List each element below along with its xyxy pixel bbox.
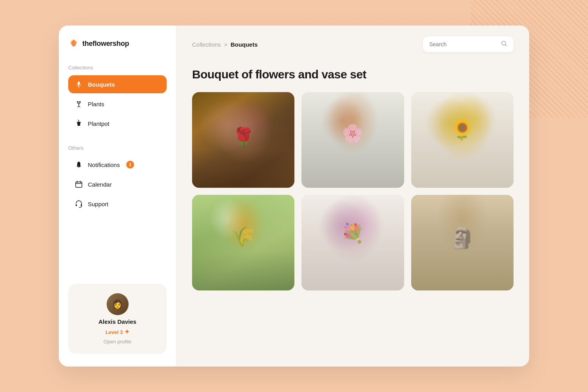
- breadcrumb: Collections > Bouquets: [192, 41, 258, 48]
- breadcrumb-current: Bouquets: [230, 41, 258, 48]
- collections-section-label: Collections: [68, 65, 167, 71]
- header: Collections > Bouquets: [176, 25, 529, 60]
- svg-line-10: [505, 45, 506, 46]
- page-title: Bouquet of flowers and vase set: [192, 68, 514, 81]
- bouquets-icon: [74, 80, 83, 89]
- avatar-placeholder: 👩: [107, 293, 129, 315]
- search-box[interactable]: [423, 36, 514, 52]
- sidebar-item-notifications-label: Notifications: [88, 162, 120, 168]
- others-section-label: Others: [68, 145, 167, 151]
- others-nav-section: Others Notifications 3: [68, 145, 167, 214]
- support-icon: [74, 200, 83, 208]
- logo: theflowershop: [68, 38, 167, 49]
- profile-level: Level 3 ✦: [105, 328, 129, 336]
- svg-rect-7: [76, 204, 77, 206]
- calendar-icon: [74, 180, 83, 189]
- profile-card: 👩 Alexis Davies Level 3 ✦ Open profile: [68, 284, 167, 354]
- sidebar-item-calendar-label: Calendar: [88, 181, 112, 188]
- gallery-item-4[interactable]: [192, 195, 294, 290]
- sidebar-item-notifications[interactable]: Notifications 3: [68, 156, 167, 174]
- sidebar-item-plantpot-label: Plantpot: [88, 120, 109, 127]
- sidebar-item-bouquets[interactable]: Bouquets: [68, 75, 167, 93]
- image-grid: [192, 92, 514, 290]
- gallery-item-1[interactable]: [192, 92, 294, 188]
- search-input[interactable]: [429, 41, 498, 47]
- sidebar-item-bouquets-label: Bouquets: [88, 81, 115, 88]
- notifications-icon: [74, 160, 83, 169]
- gallery-item-5[interactable]: [301, 195, 404, 290]
- sidebar-item-support[interactable]: Support: [68, 195, 167, 213]
- svg-rect-3: [76, 182, 82, 187]
- sidebar-item-plantpot[interactable]: Plantpot: [68, 114, 167, 132]
- gallery-item-2[interactable]: [301, 92, 404, 188]
- main-content: Collections > Bouquets Bouquet of flower…: [176, 25, 529, 367]
- search-icon: [501, 40, 507, 48]
- logo-text: theflowershop: [82, 40, 129, 48]
- open-profile-link[interactable]: Open profile: [103, 339, 131, 345]
- plantpot-icon: [74, 119, 83, 128]
- app-container: theflowershop Collections Bouquets: [59, 25, 529, 367]
- page-content: Bouquet of flowers and vase set: [176, 60, 529, 367]
- plants-icon: [74, 100, 83, 108]
- gallery-item-6[interactable]: [411, 195, 514, 290]
- sidebar-item-support-label: Support: [88, 201, 109, 207]
- notifications-badge: 3: [126, 161, 134, 169]
- breadcrumb-parent[interactable]: Collections: [192, 41, 221, 48]
- breadcrumb-separator: >: [224, 41, 227, 48]
- sidebar: theflowershop Collections Bouquets: [59, 25, 176, 367]
- sidebar-item-plants[interactable]: Plants: [68, 95, 167, 113]
- avatar: 👩: [107, 293, 129, 315]
- profile-name: Alexis Davies: [98, 318, 136, 325]
- collections-nav-section: Collections Bouquets: [68, 65, 167, 134]
- svg-line-1: [79, 106, 80, 107]
- svg-rect-8: [81, 204, 82, 206]
- logo-icon: [68, 38, 79, 49]
- sidebar-item-plants-label: Plants: [88, 101, 104, 107]
- sidebar-item-calendar[interactable]: Calendar: [68, 175, 167, 193]
- gallery-item-3[interactable]: [411, 92, 514, 188]
